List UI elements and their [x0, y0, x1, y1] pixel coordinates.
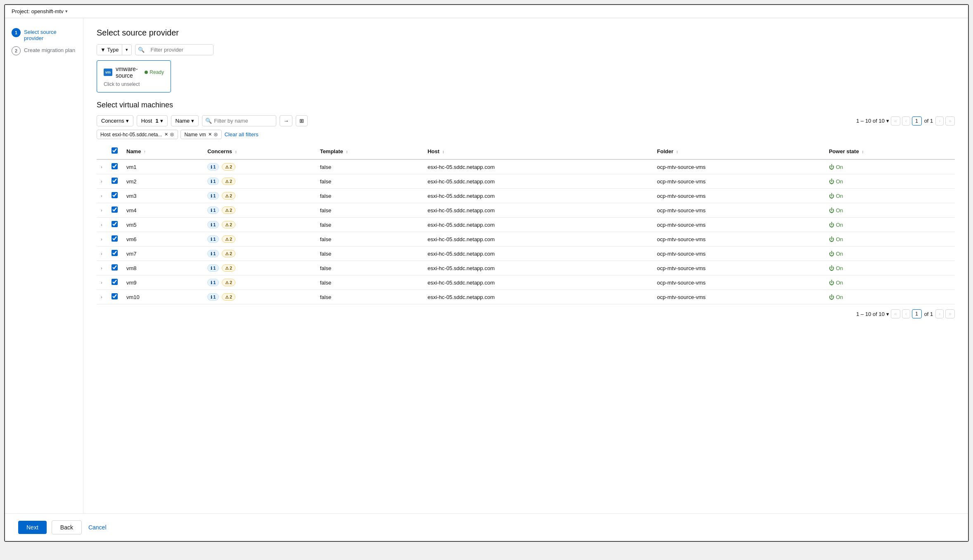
concern-info-badge-3[interactable]: ℹ 1: [207, 206, 219, 214]
name-filter-btn[interactable]: Name ▾: [171, 115, 199, 126]
sidebar: 1 Select source provider 2 Create migrat…: [5, 18, 83, 513]
concern-warn-badge-5[interactable]: ⚠ 2: [222, 235, 235, 243]
next-page-btn-top[interactable]: ›: [935, 116, 944, 126]
first-page-btn-top[interactable]: «: [891, 116, 900, 126]
concern-info-badge-5[interactable]: ℹ 1: [207, 235, 219, 243]
concern-warn-badge-9[interactable]: ⚠ 2: [222, 293, 235, 301]
row-checkbox-1[interactable]: [112, 178, 118, 184]
row-checkbox-7[interactable]: [112, 264, 118, 271]
concern-info-badge-9[interactable]: ℹ 1: [207, 293, 219, 301]
status-dot-icon: [145, 71, 148, 74]
name-cell-8: vm9: [123, 275, 204, 290]
concerns-sort-icon[interactable]: ↕: [235, 149, 237, 154]
expand-btn-5[interactable]: ›: [100, 236, 103, 242]
project-dropdown-icon[interactable]: ▾: [65, 9, 68, 14]
host-tag-remove-btn[interactable]: ✕: [164, 132, 168, 137]
provider-filter-input-wrap[interactable]: 🔍: [135, 44, 214, 55]
check-cell-1: [108, 174, 123, 189]
expand-btn-3[interactable]: ›: [100, 207, 103, 214]
expand-btn-6[interactable]: ›: [100, 250, 103, 257]
name-tag-label: Name: [184, 132, 197, 138]
concern-info-badge-8[interactable]: ℹ 1: [207, 279, 219, 286]
folder-cell-8: ocp-mtv-source-vms: [654, 275, 826, 290]
template-cell-1: false: [317, 174, 425, 189]
first-page-btn-bottom[interactable]: «: [891, 309, 900, 318]
check-cell-3: [108, 203, 123, 218]
host-tag-clear-icon[interactable]: ⊗: [170, 131, 174, 138]
expand-btn-4[interactable]: ›: [100, 221, 103, 228]
folder-sort-icon[interactable]: ↕: [676, 149, 678, 154]
step-1-label[interactable]: Select source provider: [24, 28, 76, 41]
pagination-dropdown-top[interactable]: ▾: [886, 118, 889, 124]
select-all-checkbox[interactable]: [112, 147, 118, 154]
type-filter[interactable]: ▼ Type ▾: [97, 44, 132, 55]
template-cell-5: false: [317, 232, 425, 247]
concern-info-badge-7[interactable]: ℹ 1: [207, 264, 219, 272]
pagination-dropdown-bottom[interactable]: ▾: [886, 311, 889, 317]
back-button[interactable]: Back: [52, 520, 82, 534]
concern-info-badge-4[interactable]: ℹ 1: [207, 221, 219, 228]
concern-warn-badge-6[interactable]: ⚠ 2: [222, 250, 235, 257]
concern-warn-badge-7[interactable]: ⚠ 2: [222, 264, 235, 272]
expand-btn-1[interactable]: ›: [100, 178, 103, 185]
provider-card[interactable]: vm vmware-source Ready Click to unselect: [97, 60, 171, 93]
concern-warn-badge-2[interactable]: ⚠ 2: [222, 192, 235, 199]
expand-btn-0[interactable]: ›: [100, 164, 103, 170]
concern-warn-badge-3[interactable]: ⚠ 2: [222, 206, 235, 214]
vm-search-input[interactable]: [202, 115, 276, 126]
expand-cell-4: ›: [97, 218, 108, 232]
concern-warn-badge-1[interactable]: ⚠ 2: [222, 178, 235, 185]
concerns-filter-btn[interactable]: Concerns ▾: [97, 115, 133, 126]
concern-warn-badge-8[interactable]: ⚠ 2: [222, 279, 235, 286]
concern-info-badge-6[interactable]: ℹ 1: [207, 250, 219, 257]
project-title[interactable]: Project: openshift-mtv: [12, 8, 64, 14]
next-button[interactable]: Next: [18, 521, 47, 534]
row-checkbox-2[interactable]: [112, 192, 118, 198]
next-page-btn-bottom[interactable]: ›: [935, 309, 944, 318]
expand-btn-8[interactable]: ›: [100, 279, 103, 286]
provider-filter-input[interactable]: [147, 45, 213, 55]
row-checkbox-3[interactable]: [112, 206, 118, 213]
name-sort-icon[interactable]: ↑: [144, 149, 146, 154]
expand-btn-2[interactable]: ›: [100, 192, 103, 199]
name-tag-clear-icon[interactable]: ⊗: [214, 131, 218, 138]
name-tag-remove-btn[interactable]: ✕: [208, 132, 212, 137]
cancel-button[interactable]: Cancel: [87, 521, 108, 534]
power-on-indicator-7: ⏻ On: [829, 265, 952, 271]
concern-warn-badge-4[interactable]: ⚠ 2: [222, 221, 235, 228]
host-sort-icon[interactable]: ↕: [442, 149, 444, 154]
row-checkbox-9[interactable]: [112, 293, 118, 299]
row-checkbox-8[interactable]: [112, 279, 118, 285]
power-cell-2: ⏻ On: [826, 189, 955, 203]
expand-btn-9[interactable]: ›: [100, 294, 103, 300]
prev-page-btn-top[interactable]: ‹: [902, 116, 910, 126]
folder-cell-1: ocp-mtv-source-vms: [654, 174, 826, 189]
expand-btn-7[interactable]: ›: [100, 265, 103, 271]
concern-info-badge-2[interactable]: ℹ 1: [207, 192, 219, 199]
power-icon-4: ⏻: [829, 222, 834, 228]
step-1-circle: 1: [12, 28, 21, 37]
concern-info-badge-1[interactable]: ℹ 1: [207, 178, 219, 185]
concern-info-badge-0[interactable]: ℹ 1: [207, 163, 219, 171]
row-checkbox-4[interactable]: [112, 221, 118, 227]
clear-all-filters-btn[interactable]: Clear all filters: [224, 131, 258, 138]
power-on-indicator-2: ⏻ On: [829, 193, 952, 199]
host-filter-btn[interactable]: Host 1 ▾: [137, 115, 168, 126]
search-submit-btn[interactable]: →: [280, 115, 292, 126]
prev-page-btn-bottom[interactable]: ‹: [902, 309, 910, 318]
expand-cell-5: ›: [97, 232, 108, 247]
row-checkbox-6[interactable]: [112, 250, 118, 256]
row-checkbox-5[interactable]: [112, 235, 118, 242]
last-page-btn-bottom[interactable]: »: [945, 309, 955, 318]
expand-cell-0: ›: [97, 159, 108, 174]
name-cell-2: vm3: [123, 189, 204, 203]
template-sort-icon[interactable]: ↕: [346, 149, 348, 154]
type-filter-arrow[interactable]: ▾: [122, 45, 131, 55]
last-page-btn-top[interactable]: »: [945, 116, 955, 126]
check-col-header: [108, 143, 123, 159]
concern-warn-badge-0[interactable]: ⚠ 2: [222, 163, 235, 171]
columns-toggle-btn[interactable]: ⊞: [296, 115, 308, 126]
name-col-header: Name ↑: [123, 143, 204, 159]
power-sort-icon[interactable]: ↕: [862, 149, 864, 154]
row-checkbox-0[interactable]: [112, 163, 118, 169]
